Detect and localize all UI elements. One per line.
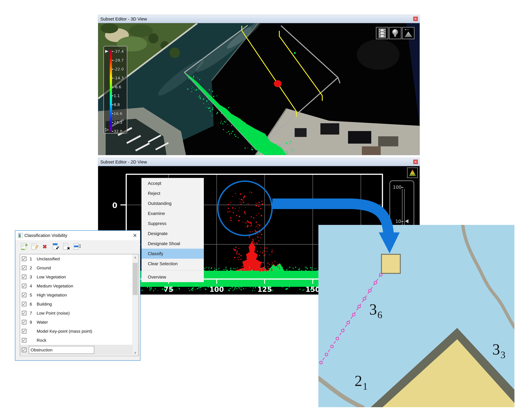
color-range-button[interactable] (407, 167, 418, 178)
list-scrollbar[interactable]: ∧ ∨ (132, 255, 138, 356)
fog (357, 40, 400, 70)
chevron-down-icon: ∨ (134, 351, 136, 355)
classification-list: ✓ 1Unclassified ✓ 2Ground ✓ 3Low Vegetat… (20, 254, 139, 356)
close-button-3d[interactable]: ✕ (413, 17, 418, 21)
uncheck-all-button[interactable]: ✖ (63, 243, 70, 250)
legend-row: -6.6 (112, 85, 121, 89)
colormap-button[interactable] (402, 27, 414, 39)
scroll-up-button[interactable]: ∧ (132, 255, 138, 260)
menu-item-designate[interactable]: Designate (142, 228, 204, 239)
legend-row: -37.4 (112, 49, 124, 53)
list-item-medium-vegetation[interactable]: ✓ 4Medium Vegetation (20, 281, 138, 290)
list-item-rock[interactable]: ✓ Rock (20, 336, 138, 345)
tree (148, 33, 158, 43)
slider-tick (401, 221, 404, 222)
check-icon: ✔ (56, 245, 60, 251)
green-bar (21, 249, 25, 250)
checkbox[interactable]: ✓ (22, 338, 26, 342)
scroll-thumb[interactable] (133, 263, 138, 295)
chart-graphic (318, 225, 515, 407)
menu-item-reject[interactable]: Reject (142, 188, 204, 198)
checkbox[interactable]: ✓ (22, 266, 26, 270)
add-class-button[interactable]: + (21, 243, 28, 250)
mountain-icon (403, 28, 414, 39)
y-tick-mark (121, 205, 126, 205)
menu-item-outstanding[interactable]: Outstanding (142, 198, 204, 208)
class-name-input[interactable]: Obstruction (29, 346, 94, 354)
reorder-class-button[interactable]: ↕ (74, 243, 80, 250)
list-item-low-point[interactable]: ✓ 7Low Point (noise) (20, 308, 138, 318)
close-button-2d[interactable]: ✕ (413, 160, 418, 164)
legend-row: 16.6 (112, 112, 122, 116)
menu-item-classify[interactable]: Classify (142, 249, 204, 259)
scroll-down-button[interactable]: ∨ (132, 350, 138, 356)
window-3d-view: Subset Editor - 3D View ✕ (98, 15, 420, 155)
dialog-toolbar: + ✎ ✖ ✔ ✖ ↕ (21, 243, 80, 250)
menu-item-designate-shoal[interactable]: Designate Shoal (142, 239, 204, 249)
edit-class-button[interactable]: ✎ (31, 243, 38, 250)
menu-item-clear-selection[interactable]: Clear Selection (142, 259, 204, 269)
checkbox[interactable]: ✓ (22, 320, 26, 324)
menu-item-examine[interactable]: Examine (142, 208, 204, 218)
slider-max-label: 100 (393, 184, 401, 190)
checkbox[interactable]: ✓ (22, 311, 26, 315)
list-item-unclassified[interactable]: ✓ 1Unclassified (20, 254, 138, 263)
menu-item-overview[interactable]: Overview (142, 272, 204, 282)
dialog-close-icon[interactable]: ✕ (133, 233, 137, 238)
delete-class-button[interactable]: ✖ (42, 243, 49, 250)
pier-dirt (362, 146, 381, 155)
scene-3d (98, 23, 420, 155)
scale-bottom-marker[interactable] (105, 128, 109, 132)
list-item-low-vegetation[interactable]: ✓ 3Low Vegetation (20, 272, 138, 281)
checkbox[interactable]: ✓ (22, 293, 26, 297)
menu-separator (142, 270, 203, 270)
trees (101, 23, 118, 33)
list-item-building[interactable]: ✓ 6Building (20, 299, 138, 308)
close-icon: ✕ (414, 160, 417, 164)
menu-item-suppress[interactable]: Suppress (142, 218, 204, 228)
green-point (294, 52, 296, 54)
animation-button[interactable] (376, 27, 388, 39)
viewport-3d[interactable]: -37.4 -29.7 -22.0 -14.3 -6.6 1.1 8.8 16.… (98, 23, 420, 155)
legend-row: 32.0 (112, 129, 122, 133)
slider-handle-icon[interactable] (405, 219, 408, 223)
list-item-water[interactable]: ✓ 9Water (20, 318, 138, 327)
x-axis-label: 100 (210, 285, 224, 293)
obstruction-symbol (381, 254, 400, 273)
pier-building (295, 128, 307, 137)
checkbox[interactable]: ✓ (22, 275, 26, 279)
gradient-triangle-icon (408, 168, 417, 177)
selected-points-red-3d[interactable] (274, 80, 282, 87)
checkbox[interactable]: ✓ (22, 329, 26, 333)
list-item-obstruction-editing[interactable]: ✓ Obstruction (20, 345, 138, 355)
lighting-button[interactable] (389, 27, 401, 39)
window-title-2d: Subset Editor - 2D View (100, 159, 147, 164)
checkbox[interactable]: ✓ (22, 348, 26, 352)
list-item-high-vegetation[interactable]: ✓ 5High Vegetation (20, 290, 138, 299)
pier-structure (378, 136, 398, 146)
color-gradient-bar (110, 50, 112, 131)
checkbox[interactable]: ✓ (22, 256, 26, 261)
dialog-titlebar[interactable]: Classification Visibility ✕ (15, 231, 140, 240)
legend-row: -14.3 (112, 76, 124, 80)
titlebar-3d[interactable]: Subset Editor - 3D View ✕ (98, 15, 420, 23)
x-axis-label: 75 (164, 285, 173, 293)
desktop: Subset Editor - 3D View ✕ (0, 0, 526, 420)
scale-top-marker[interactable] (105, 50, 109, 53)
slider-min-label: 10 (395, 219, 401, 224)
menu-item-accept[interactable]: Accept (142, 178, 204, 188)
delete-icon: ✖ (42, 244, 47, 250)
tree (169, 48, 180, 58)
titlebar-2d[interactable]: Subset Editor - 2D View ✕ (98, 158, 420, 166)
list-item-ground[interactable]: ✓ 2Ground (20, 263, 138, 272)
sounding-3-3: 33 (492, 342, 505, 357)
x-axis-label: 125 (257, 285, 272, 293)
x-axis-label: 150 (306, 285, 320, 293)
add-icon: + (25, 242, 28, 248)
checkbox[interactable]: ✓ (22, 302, 26, 306)
close-icon: ✕ (414, 17, 417, 20)
list-item-model-keypoint[interactable]: ✓ Model Key-point (mass point) (20, 327, 138, 336)
check-all-button[interactable]: ✔ (52, 243, 59, 250)
trees (129, 24, 153, 37)
checkbox[interactable]: ✓ (22, 284, 26, 288)
